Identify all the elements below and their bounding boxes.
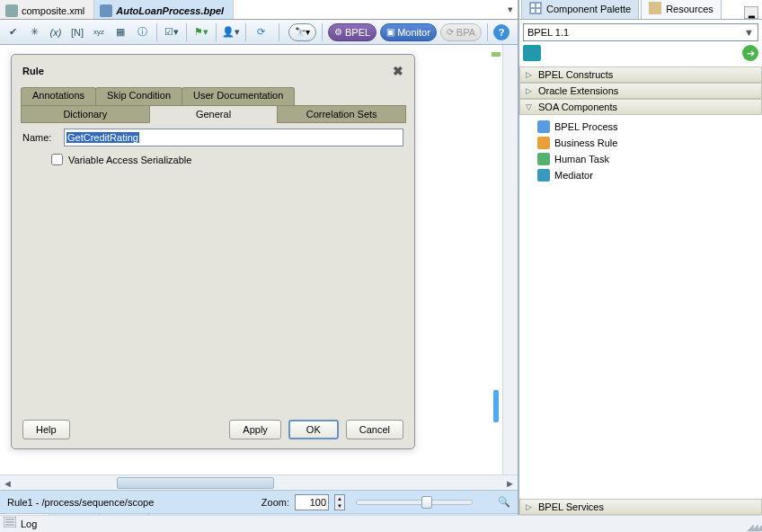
tab-composite[interactable]: composite.xml <box>0 0 94 19</box>
file-tabs: composite.xml AutoLoanProcess.bpel ▾ <box>0 0 518 20</box>
palette-icon <box>529 2 544 16</box>
check-dropdown-icon[interactable]: ☑▾ <box>163 23 181 41</box>
tab-user-documentation[interactable]: User Documentation <box>182 87 295 105</box>
svg-rect-1 <box>531 4 535 7</box>
bpel-view-label: BPEL <box>345 27 370 38</box>
business-rule-icon <box>537 137 550 149</box>
human-task-icon <box>537 153 550 165</box>
tab-skip-condition[interactable]: Skip Condition <box>95 87 182 105</box>
overview-marker-strip <box>491 49 501 426</box>
expand-right-icon: ▷ <box>526 86 535 95</box>
validate-icon[interactable]: ✔ <box>4 23 22 41</box>
marker-icon <box>492 52 501 57</box>
bpel-process-icon <box>537 120 550 133</box>
item-human-task[interactable]: Human Task <box>519 151 762 167</box>
tab-list-dropdown[interactable]: ▾ <box>503 0 518 19</box>
breadcrumb-path: Rule1 - /process/sequence/scope <box>7 497 154 508</box>
spin-up-icon[interactable]: ▲ <box>335 495 344 502</box>
binoculars-icon[interactable] <box>523 45 541 61</box>
name-field[interactable]: GetCreditRating <box>64 129 403 146</box>
bpel-view-button[interactable]: ⚙ BPEL <box>328 23 377 41</box>
tab-composite-label: composite.xml <box>22 5 84 16</box>
component-palette-label: Component Palette <box>546 4 631 14</box>
cancel-button[interactable]: Cancel <box>346 420 403 439</box>
zoom-slider-thumb[interactable] <box>421 496 432 509</box>
item-label: Human Task <box>554 154 609 164</box>
expand-right-icon: ▷ <box>526 502 535 511</box>
svg-rect-2 <box>536 4 540 7</box>
item-business-rule[interactable]: Business Rule <box>519 135 762 151</box>
item-label: BPEL Process <box>554 121 618 132</box>
scroll-right-arrow-icon[interactable]: ► <box>502 475 518 491</box>
tab-component-palette[interactable]: Component Palette <box>521 0 639 19</box>
zoom-spinner[interactable]: ▲▼ <box>334 494 345 510</box>
ok-button[interactable]: OK <box>288 420 339 439</box>
log-icon <box>4 517 18 531</box>
section-bpel-constructs[interactable]: ▷ BPEL Constructs <box>519 66 762 83</box>
item-mediator[interactable]: Mediator <box>519 167 762 183</box>
apply-button[interactable]: Apply <box>229 420 281 439</box>
xyz-icon[interactable]: xyz <box>90 23 108 41</box>
bpel-file-icon <box>100 4 112 17</box>
section-bpel-services[interactable]: ▷ BPEL Services <box>519 499 762 515</box>
item-label: Mediator <box>554 170 593 181</box>
scroll-left-arrow-icon[interactable]: ◄ <box>0 475 15 491</box>
dialog-title: Rule <box>22 66 44 76</box>
section-label: BPEL Services <box>538 501 604 512</box>
scroll-thumb[interactable] <box>117 477 274 489</box>
svg-rect-5 <box>649 2 661 14</box>
mediator-icon <box>537 169 550 182</box>
bpa-view-label: BPA <box>456 27 475 38</box>
palette-search-row: ➜ <box>523 45 758 61</box>
tab-correlation-sets[interactable]: Correlation Sets <box>277 105 406 123</box>
user-dropdown-icon[interactable]: 👤▾ <box>222 23 240 41</box>
zoom-input[interactable] <box>295 494 329 510</box>
zoom-label: Zoom: <box>261 497 289 508</box>
help-icon[interactable]: ? <box>493 24 509 40</box>
refresh-icon[interactable]: ⟳ <box>252 23 270 41</box>
svg-rect-4 <box>536 9 540 13</box>
tab-annotations[interactable]: Annotations <box>21 87 96 105</box>
resources-icon <box>649 2 663 16</box>
info-icon[interactable]: ⓘ <box>133 23 151 41</box>
log-panel-bar[interactable]: Log ◢◢◢ <box>0 515 762 532</box>
bpel-canvas[interactable]: Rule ✖ Annotations Skip Condition User D… <box>0 45 518 474</box>
gear-icon[interactable]: ✳ <box>25 23 43 41</box>
resize-grip-icon[interactable]: ◢◢◢ <box>747 522 760 532</box>
tab-resources[interactable]: Resources <box>641 0 722 19</box>
expand-down-icon: ▽ <box>526 102 535 111</box>
section-label: Oracle Extensions <box>538 85 618 96</box>
name-label: Name: <box>22 132 58 143</box>
section-label: BPEL Constructs <box>538 69 613 80</box>
tab-dictionary[interactable]: Dictionary <box>21 105 150 123</box>
name-value: GetCreditRating <box>66 132 139 143</box>
properties-icon[interactable]: ▦ <box>111 23 129 41</box>
search-small-icon[interactable]: 🔍 <box>498 496 510 508</box>
monitor-view-button[interactable]: ▣ Monitor <box>380 23 437 41</box>
svg-rect-3 <box>531 9 535 13</box>
palette-category-combo[interactable]: BPEL 1.1 ▼ <box>523 23 758 41</box>
tab-bpel[interactable]: AutoLoanProcess.bpel <box>94 0 234 19</box>
go-arrow-icon[interactable]: ➜ <box>742 45 758 61</box>
combo-value: BPEL 1.1 <box>527 27 569 38</box>
tab-bpel-label: AutoLoanProcess.bpel <box>116 5 224 16</box>
tab-general[interactable]: General <box>149 105 279 123</box>
section-soa-components[interactable]: ▽ SOA Components <box>519 99 762 115</box>
help-button[interactable]: Help <box>22 420 70 439</box>
item-bpel-process[interactable]: BPEL Process <box>519 119 762 135</box>
vertical-scrollbar[interactable] <box>502 45 518 474</box>
ns-icon[interactable]: [N] <box>68 23 86 41</box>
zoom-slider[interactable] <box>356 500 473 505</box>
variable-access-serializable-checkbox[interactable] <box>51 154 63 165</box>
binoculars-dropdown-button[interactable]: 🔭▾ <box>288 23 316 41</box>
spin-down-icon[interactable]: ▼ <box>335 502 344 510</box>
horizontal-scrollbar[interactable]: ◄ ► <box>0 474 518 490</box>
flag-dropdown-icon[interactable]: ⚑▾ <box>192 23 210 41</box>
viewport-indicator[interactable] <box>493 390 499 422</box>
variable-x-icon[interactable]: (x) <box>47 23 65 41</box>
minimize-panel-icon[interactable]: ▂ <box>744 6 758 19</box>
close-icon[interactable]: ✖ <box>393 64 403 78</box>
component-palette-panel: Component Palette Resources ▂ BPEL 1.1 ▼… <box>518 0 762 515</box>
section-oracle-extensions[interactable]: ▷ Oracle Extensions <box>519 83 762 99</box>
bpa-view-button[interactable]: ⟳ BPA <box>440 23 482 41</box>
